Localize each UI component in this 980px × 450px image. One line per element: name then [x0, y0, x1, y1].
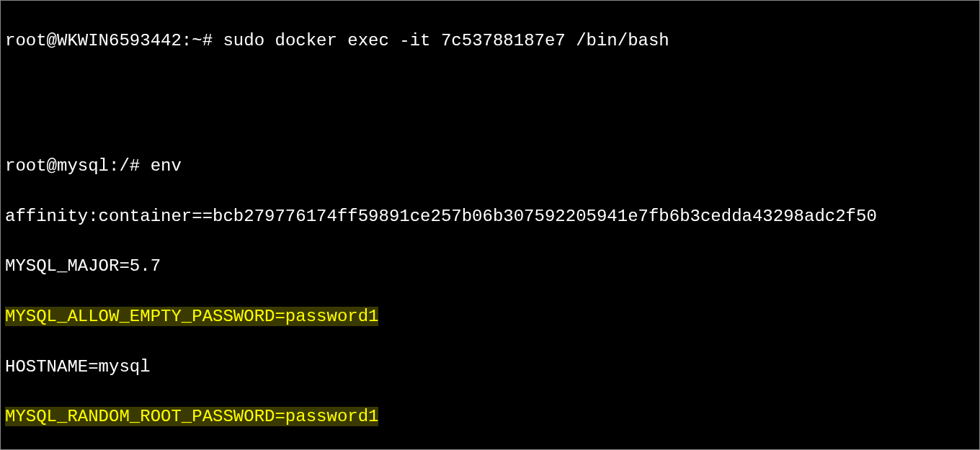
highlighted-text: MYSQL_RANDOM_ROOT_PASSWORD=password1 — [5, 407, 378, 426]
prompt-line-1: root@WKWIN6593442:~# sudo docker exec -i… — [5, 29, 975, 54]
redacted-block — [5, 78, 293, 129]
env-line: MYSQL_MAJOR=5.7 — [5, 254, 975, 279]
env-line-highlighted: MYSQL_RANDOM_ROOT_PASSWORD=password1 — [5, 405, 975, 430]
prompt-user-host: root@mysql — [5, 156, 109, 176]
command-text: sudo docker exec -it 7c53788187e7 /bin/b… — [223, 31, 669, 50]
prompt-path: ~ — [192, 31, 202, 50]
env-line-highlighted: MYSQL_ALLOW_EMPTY_PASSWORD=password1 — [5, 305, 975, 330]
prompt-symbol: # — [202, 31, 213, 50]
command-text: env — [151, 156, 182, 176]
prompt-line-2: root@mysql:/# env — [5, 154, 975, 179]
terminal-output[interactable]: root@WKWIN6593442:~# sudo docker exec -i… — [5, 4, 975, 450]
prompt-path: / — [119, 156, 129, 176]
prompt-user-host: root@WKWIN6593442 — [5, 31, 182, 50]
redacted-line — [5, 78, 975, 129]
env-line: affinity:container==bcb279776174ff59891c… — [5, 204, 975, 230]
highlighted-text: MYSQL_ALLOW_EMPTY_PASSWORD=password1 — [5, 307, 378, 326]
env-line: HOSTNAME=mysql — [5, 355, 975, 380]
prompt-symbol: # — [130, 156, 140, 176]
